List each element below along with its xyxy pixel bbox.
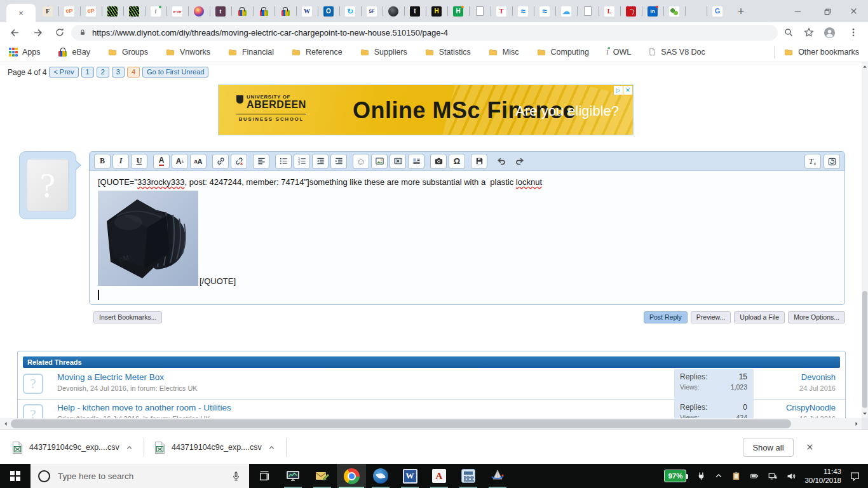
battery-percentage-badge[interactable]: 97% [664,470,686,482]
taskbar-app-system-monitor[interactable] [278,464,308,488]
italic-button[interactable]: I [112,154,129,169]
smilies-button[interactable]: ☺ [353,154,369,169]
last-poster-link[interactable]: CrispyNoodle [786,403,836,412]
tab-blank-doc-2[interactable] [577,0,599,22]
reload-button[interactable] [53,25,67,39]
alignment-button[interactable] [253,154,269,169]
scroll-down-arrow[interactable] [862,409,868,418]
page-3-button[interactable]: 3 [112,67,125,78]
other-bookmarks[interactable]: Other bookmarks [774,46,859,58]
tab-blue-waves-1[interactable]: ≈ [512,0,534,22]
ad-close-icon[interactable]: ✕ [623,86,632,95]
code-button[interactable] [408,154,424,169]
start-button[interactable] [0,464,31,488]
scroll-up-arrow[interactable] [862,62,868,71]
new-tab-button[interactable]: + [732,4,750,19]
bookmark-sas-v8-doc[interactable]: SAS V8 Doc [648,47,705,57]
task-view-button[interactable] [249,464,278,488]
bookmark-owl[interactable]: iOWL [606,47,631,57]
network-icon[interactable] [768,471,778,481]
last-poster-link[interactable]: Devonish [801,372,836,382]
window-restore-button[interactable] [812,0,841,22]
vertical-scrollbar[interactable] [862,62,868,418]
underline-button[interactable]: U [131,154,147,169]
bookmark-financial[interactable]: Financial [227,48,274,57]
tab-h-green[interactable]: H [447,0,469,22]
taskbar-app-thunderbird[interactable] [366,464,395,488]
related-thread-row[interactable]: ?Help - kitchen move to another room - U… [18,400,845,418]
active-tab[interactable]: × [6,4,36,22]
bookmark-statistics[interactable]: Statistics [424,48,471,57]
ordered-list-button[interactable]: 123 [294,154,310,169]
first-unread-button[interactable]: Go to First Unread [142,67,208,78]
media-button[interactable] [390,154,406,169]
menu-button[interactable] [846,25,860,39]
vertical-scroll-thumb[interactable] [862,291,867,408]
tab-no-favicon[interactable] [685,0,707,22]
adchoices-icon[interactable]: ▷ [614,86,623,95]
related-thread-row[interactable]: ?Moving a Electric Meter BoxDevonish, 24… [18,369,845,400]
tab-t-purple[interactable]: t [210,0,231,22]
clock[interactable]: 11:43 30/10/2018 [804,467,841,485]
upload-a-file-button[interactable]: Upload a File [734,311,785,323]
tab-google[interactable]: G [707,0,728,22]
scroll-left-arrow[interactable] [0,418,11,430]
tab-sf-site[interactable]: SF [361,0,383,22]
tab-close-icon[interactable]: × [18,8,24,18]
special-chars-button[interactable]: Ω [449,154,465,169]
bookmark-ebay[interactable]: eBay [58,47,91,57]
tab-italic-i-site[interactable]: i [145,0,166,22]
taskbar-app-chrome[interactable] [337,464,366,488]
locknut-image[interactable]: ⌂M [98,191,198,286]
tab-tumblr[interactable]: t [404,0,426,22]
remove-formatting-button[interactable]: Tx [804,154,821,169]
tab-blank-doc-1[interactable] [469,0,491,22]
tab-w-blue[interactable]: W [296,0,318,22]
tab-colour-sphere[interactable] [188,0,210,22]
tab-dark-circle[interactable] [383,0,404,22]
url-text[interactable]: https://www.diynot.com/diy/threads/movin… [92,28,448,37]
tab-h-yellow[interactable]: H [426,0,447,22]
download-menu-chevron-icon[interactable] [268,444,276,452]
taskbar-app-mail-compose[interactable] [308,464,337,488]
address-bar[interactable]: https://www.diynot.com/diy/threads/movin… [71,25,778,41]
bold-button[interactable]: B [94,154,111,169]
scroll-right-arrow[interactable] [851,418,862,430]
image-button[interactable] [371,154,388,169]
tab-office-green-2[interactable] [123,0,145,22]
microphone-icon[interactable] [231,471,241,482]
redo-button[interactable] [512,154,528,169]
tray-chevron-up-icon[interactable] [714,471,723,480]
bookmark-groups[interactable]: Groups [107,48,148,57]
unordered-list-button[interactable] [275,154,292,169]
download-item[interactable]: 443719104c9c_exp....csv [5,438,140,456]
editor-content[interactable]: [QUOTE="333rocky333, post: 4247244, memb… [90,172,844,304]
undo-button[interactable] [493,154,510,169]
page-2-button[interactable]: 2 [97,67,109,78]
ad-banner[interactable]: UNIVERSITY OF ABERDEEN BUSINESS SCHOOL O… [218,85,634,135]
prev-page-button[interactable]: < Prev [49,67,78,78]
page-4-button-current[interactable]: 4 [127,67,140,78]
window-minimize-button[interactable] [783,0,812,22]
bookmark-suppliers[interactable]: Suppliers [360,48,407,57]
bbcode-toggle-button[interactable] [824,154,840,169]
tab-cpanel-1[interactable]: cP [58,0,80,22]
battery-icon[interactable] [749,471,759,480]
page-1-button[interactable]: 1 [81,67,94,78]
preview-button[interactable]: Preview... [691,311,731,323]
taskbar-search[interactable]: Type here to search [31,464,249,488]
post-reply-button[interactable]: Post Reply [644,311,688,323]
bookmark-misc[interactable]: Misc [488,48,519,57]
back-button[interactable] [8,25,22,39]
bookmark-apps[interactable]: Apps [9,48,41,57]
bookmark-computing[interactable]: Computing [536,48,589,57]
tab-red-swirl[interactable] [620,0,642,22]
tab-office-green-1[interactable] [102,0,123,22]
tab-cpanel-2[interactable]: cP [80,0,102,22]
bookmark-star-button[interactable] [802,25,816,39]
outdent-button[interactable] [312,154,329,169]
indent-button[interactable] [330,154,347,169]
link-button[interactable] [212,154,229,169]
volume-icon[interactable] [786,471,796,481]
thread-title-link[interactable]: Help - kitchen move to another room - Ut… [57,403,231,412]
